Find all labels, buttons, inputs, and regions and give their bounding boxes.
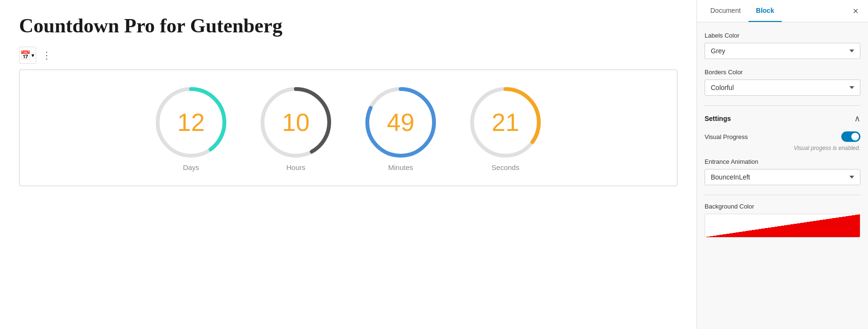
tab-block[interactable]: Block	[748, 0, 782, 22]
borders-color-select[interactable]: Grey Colorful White Black	[705, 80, 860, 96]
minutes-circle: 49	[363, 84, 439, 160]
seconds-value: 21	[492, 110, 519, 135]
sidebar: Document Block × Labels Color Grey White…	[696, 0, 868, 329]
chevron-up-icon: ∧	[854, 114, 860, 123]
hours-label: Hours	[286, 163, 305, 171]
divider-2	[705, 195, 860, 195]
hours-value: 10	[282, 110, 310, 135]
minutes-label: Minutes	[388, 163, 414, 171]
block-toolbar: 📅 ▼ ⋮	[19, 47, 677, 64]
background-color-section: Background Color	[705, 203, 860, 238]
days-circle: 12	[153, 84, 229, 160]
countdown-block: 12 Days 10 Hours 49	[19, 70, 677, 186]
visual-progress-label: Visual Progress	[705, 133, 748, 140]
background-color-preview[interactable]	[705, 214, 860, 238]
tab-document[interactable]: Document	[703, 0, 748, 22]
labels-color-select[interactable]: Grey White Black Colorful	[705, 43, 860, 59]
labels-color-label: Labels Color	[705, 32, 860, 39]
borders-color-group: Borders Color Grey Colorful White Black	[705, 69, 860, 96]
settings-title: Settings	[705, 115, 731, 122]
borders-color-label: Borders Color	[705, 69, 860, 76]
dropdown-arrow: ▼	[30, 53, 35, 58]
calendar-icon: 📅	[20, 50, 30, 60]
page-title: Countdown Pro for Gutenberg	[19, 14, 677, 37]
visual-progress-note: Visual progess is enabled.	[705, 145, 860, 151]
dots-icon: ⋮	[42, 50, 51, 61]
sidebar-tabs: Document Block ×	[697, 0, 868, 22]
days-label: Days	[183, 163, 199, 171]
entrance-animation-label: Entrance Animation	[705, 158, 860, 165]
countdown-minutes: 49 Minutes	[363, 84, 439, 171]
settings-toggle-button[interactable]: ∧	[854, 113, 860, 124]
hours-circle: 10	[258, 84, 334, 160]
countdown-days: 12 Days	[153, 84, 229, 171]
block-icon-button[interactable]: 📅 ▼	[19, 47, 36, 64]
divider-1	[705, 105, 860, 106]
countdown-hours: 10 Hours	[258, 84, 334, 171]
background-color-label: Background Color	[705, 203, 860, 210]
entrance-animation-select[interactable]: BounceInLeft FadeIn SlideInLeft ZoomIn N…	[705, 169, 860, 185]
days-value: 12	[177, 110, 205, 135]
countdown-seconds: 21 Seconds	[467, 84, 544, 171]
visual-progress-row: Visual Progress	[705, 131, 860, 142]
seconds-circle: 21	[467, 84, 544, 160]
settings-section-header: Settings ∧	[705, 113, 860, 124]
entrance-animation-group: Entrance Animation BounceInLeft FadeIn S…	[705, 158, 860, 185]
labels-color-group: Labels Color Grey White Black Colorful	[705, 32, 860, 59]
minutes-value: 49	[387, 110, 414, 135]
more-options-button[interactable]: ⋮	[38, 47, 55, 64]
visual-progress-toggle[interactable]	[841, 131, 860, 142]
close-button[interactable]: ×	[849, 2, 862, 20]
seconds-label: Seconds	[492, 163, 519, 171]
toggle-slider	[841, 131, 860, 142]
sidebar-content: Labels Color Grey White Black Colorful B…	[697, 22, 868, 247]
editor-area: Countdown Pro for Gutenberg 📅 ▼ ⋮ 12 Day…	[0, 0, 696, 329]
